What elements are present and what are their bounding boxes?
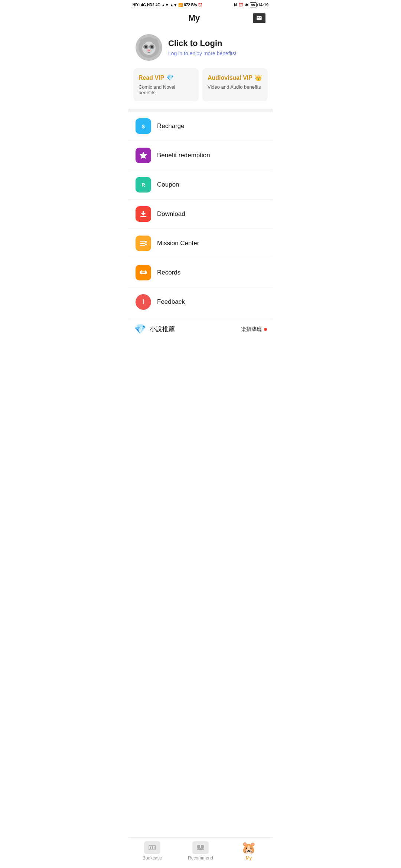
nfc-icon: N — [234, 3, 237, 7]
read-vip-subtitle: Comic and Novel benefits — [138, 84, 193, 95]
avatar — [136, 34, 162, 61]
feedback-icon: ! — [139, 297, 148, 306]
feedback-label: Feedback — [157, 298, 185, 306]
rec-right: 染指成癮 — [241, 326, 267, 333]
wifi-icon: 📶 — [178, 3, 183, 7]
feedback-icon-bg: ! — [136, 294, 151, 310]
download-icon-bg — [136, 206, 151, 222]
menu-item-records[interactable]: Records — [128, 258, 273, 287]
login-title: Click to Login — [168, 39, 237, 48]
rec-title: 小說推薦 — [150, 325, 175, 333]
recharge-label: Recharge — [157, 122, 185, 130]
mail-button[interactable] — [253, 13, 265, 23]
svg-point-20 — [145, 241, 147, 243]
read-vip-emoji: 💎 — [166, 74, 174, 81]
profile-section[interactable]: Click to Login Log in to enjoy more bene… — [128, 29, 273, 68]
status-right: N ⏰ ✱ 65 14:19 — [234, 2, 268, 7]
menu-list: $ Recharge Benefit redemption R Coupon — [128, 112, 273, 316]
avatar-image — [138, 36, 160, 59]
audiovisual-vip-card[interactable]: Audiovisual VIP 👑 Video and Audio benefi… — [202, 68, 268, 101]
mission-icon-bg — [136, 236, 151, 251]
network-indicator: HD1 4G HD2 4G ▲▼ ▲▼ — [133, 3, 177, 7]
status-bar: HD1 4G HD2 4G ▲▼ ▲▼ 📶 872 B/s ⏰ N ⏰ ✱ 65… — [128, 0, 273, 10]
svg-point-10 — [148, 50, 150, 51]
menu-item-coupon[interactable]: R Coupon — [128, 170, 273, 200]
recharge-icon-bg: $ — [136, 118, 151, 134]
menu-item-benefit[interactable]: Benefit redemption — [128, 141, 273, 170]
top-header: My — [128, 10, 273, 29]
rec-left: 💎 小說推薦 — [134, 323, 175, 335]
coupon-icon: R — [139, 180, 148, 189]
records-icon — [139, 268, 148, 277]
svg-point-3 — [140, 39, 146, 45]
svg-rect-17 — [140, 241, 145, 242]
menu-item-mission[interactable]: Mission Center — [128, 229, 273, 258]
read-vip-title: Read VIP 💎 — [138, 74, 193, 81]
menu-item-recharge[interactable]: $ Recharge — [128, 112, 273, 141]
benefit-icon-bg — [136, 148, 151, 163]
network-speed: 872 B/s — [184, 3, 197, 7]
vip-section: Read VIP 💎 Comic and Novel benefits Audi… — [128, 68, 273, 109]
login-subtitle: Log in to enjoy more benefits! — [168, 50, 237, 56]
svg-point-8 — [151, 46, 153, 48]
records-icon-bg — [136, 265, 151, 280]
svg-point-7 — [145, 46, 147, 48]
bluetooth-icon: ✱ — [245, 3, 248, 7]
star-icon — [139, 151, 148, 160]
menu-item-download[interactable]: Download — [128, 200, 273, 229]
alarm-icon: ⏰ — [198, 3, 202, 7]
profile-text: Click to Login Log in to enjoy more bene… — [168, 39, 237, 56]
rec-right-text: 染指成癮 — [241, 326, 262, 333]
svg-marker-13 — [140, 152, 147, 159]
audiovisual-vip-title: Audiovisual VIP 👑 — [208, 74, 263, 81]
battery-icon: 65 — [250, 2, 257, 7]
svg-rect-16 — [140, 216, 146, 217]
audiovisual-vip-subtitle: Video and Audio benefits — [208, 84, 263, 90]
download-label: Download — [157, 210, 185, 218]
mission-icon — [139, 239, 148, 248]
audiovisual-vip-emoji: 👑 — [255, 74, 262, 81]
coupon-label: Coupon — [157, 181, 179, 188]
download-icon — [139, 210, 148, 218]
mission-label: Mission Center — [157, 240, 199, 247]
section-divider — [128, 109, 273, 112]
rec-diamond: 💎 — [134, 323, 146, 335]
coupon-icon-bg: R — [136, 177, 151, 193]
svg-text:$: $ — [142, 124, 145, 129]
read-vip-card[interactable]: Read VIP 💎 Comic and Novel benefits — [133, 68, 199, 101]
page-title: My — [189, 13, 200, 23]
svg-rect-19 — [140, 245, 145, 246]
svg-point-4 — [152, 39, 158, 45]
menu-item-feedback[interactable]: ! Feedback — [128, 287, 273, 316]
alarm-icon2: ⏰ — [238, 3, 244, 7]
svg-point-21 — [145, 244, 147, 246]
dollar-icon: $ — [139, 122, 148, 131]
recommendation-banner[interactable]: 💎 小說推薦 染指成癮 — [128, 318, 273, 340]
mail-icon — [255, 15, 263, 21]
records-label: Records — [157, 269, 180, 276]
svg-text:!: ! — [142, 298, 144, 306]
status-left: HD1 4G HD2 4G ▲▼ ▲▼ 📶 872 B/s ⏰ — [133, 3, 202, 7]
time-display: 14:19 — [258, 3, 268, 7]
svg-text:R: R — [141, 182, 145, 188]
benefit-label: Benefit redemption — [157, 152, 210, 159]
rec-dot — [264, 328, 267, 331]
svg-rect-18 — [140, 243, 145, 244]
